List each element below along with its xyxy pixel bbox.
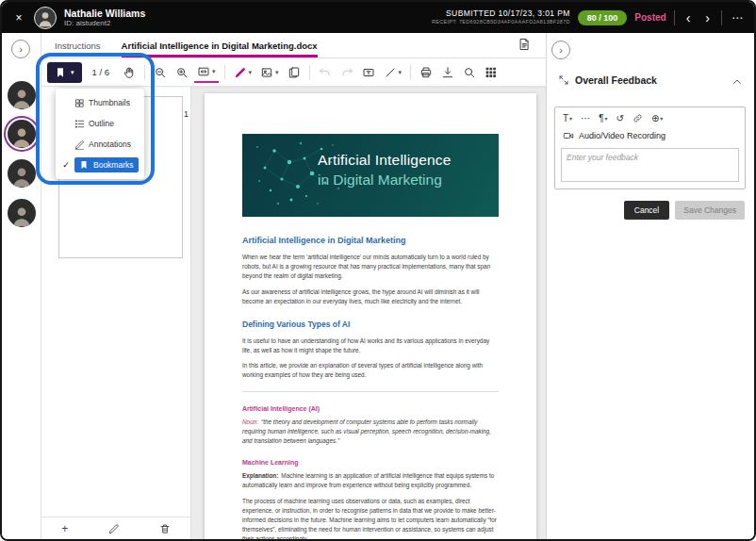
person-icon	[36, 8, 55, 27]
copy-pages-button[interactable]	[285, 63, 304, 82]
tab-instructions[interactable]: Instructions	[55, 33, 101, 57]
person-icon	[9, 123, 34, 148]
document-heading: Artificial Intelligence in Digital Marke…	[242, 236, 499, 245]
close-button[interactable]: ×	[11, 11, 26, 25]
drawing-tool-button[interactable]: ▾	[231, 63, 255, 82]
divider	[224, 65, 225, 80]
menu-item-bookmarks[interactable]: ✓ Bookmarks	[58, 155, 141, 175]
divider	[144, 65, 145, 80]
zoom-out-icon	[154, 66, 167, 79]
feedback-expand-icon	[558, 74, 569, 86]
undo-button[interactable]	[316, 63, 335, 82]
document-report-icon	[518, 38, 531, 51]
person-icon	[9, 163, 34, 188]
download-button[interactable]	[438, 63, 457, 82]
editor-undo-button[interactable]: ↺	[616, 113, 624, 123]
image-stamp-button[interactable]: ▾	[257, 63, 282, 82]
chevron-down-icon: ▾	[71, 69, 74, 76]
plus-icon: +	[61, 522, 68, 535]
banner-title: Artificial Intelligence in Digital Marke…	[318, 151, 452, 190]
feedback-title: Overall Feedback	[575, 74, 657, 86]
view-mode-menu: Thumbnails Outline Annotations ✓ Boo	[56, 89, 144, 179]
selected-menu-highlight: Bookmarks	[74, 157, 139, 172]
insert-link-button[interactable]	[633, 113, 643, 123]
document-paragraph: The process of machine learning uses obs…	[242, 497, 499, 539]
zoom-in-button[interactable]	[173, 63, 191, 82]
explanation-text: Machine learning is an application of ar…	[242, 472, 494, 488]
student-avatar[interactable]	[8, 81, 36, 109]
video-camera-icon	[563, 130, 574, 141]
student-id: ID: aistudent2	[64, 19, 145, 27]
cancel-button[interactable]: Cancel	[624, 201, 669, 220]
receipt-id: RECEIPT: 7ED6928CB5D34AF0AAAFD2A813BF287…	[432, 19, 570, 25]
noun-label: Noun:	[242, 418, 258, 425]
student-name: Nathalie Williams	[64, 8, 145, 19]
submission-tabbar: Instructions Artificial Intelligence in …	[41, 33, 546, 58]
expand-student-list-button[interactable]: ›	[11, 40, 30, 58]
line-icon	[384, 66, 397, 79]
student-avatar[interactable]	[8, 199, 36, 227]
fit-view-button[interactable]: ▾	[194, 62, 219, 83]
ellipsis-icon: ⋯	[581, 113, 590, 123]
ellipsis-icon: ⋯	[731, 11, 743, 25]
delete-page-button[interactable]	[159, 523, 171, 534]
student-identity: Nathalie Williams ID: aistudent2	[64, 8, 145, 27]
more-tools-button[interactable]	[482, 63, 500, 81]
chevron-right-icon: ›	[705, 10, 710, 25]
tab-document[interactable]: Artificial Intelligence in Digital Marke…	[122, 33, 318, 57]
insert-content-button[interactable]: ⊕▾	[651, 113, 663, 123]
student-avatar-selected[interactable]	[8, 120, 36, 148]
annotate-toolbar: ▾ 1 / 6 ▾ ▾ ▾	[41, 58, 546, 87]
bookmarks-button[interactable]: ▾	[47, 62, 82, 83]
pilcrow-icon: ¶	[599, 113, 603, 123]
edit-page-button[interactable]	[108, 523, 120, 534]
undo-icon	[319, 66, 332, 79]
posted-status: Posted	[634, 12, 666, 23]
print-button[interactable]	[417, 63, 436, 82]
next-student-button[interactable]: ›	[701, 11, 714, 25]
image-icon	[260, 66, 273, 79]
submitted-timestamp: SUBMITTED 10/17/23, 3:01 PM	[432, 8, 570, 19]
document-canvas[interactable]: Artificial Intelligence in Digital Marke…	[191, 87, 546, 539]
banner-title-line1: Artificial Intelligence	[318, 151, 452, 171]
plus-circle-icon: ⊕	[651, 113, 659, 123]
submission-report-button[interactable]	[518, 38, 531, 54]
textbox-tool-button[interactable]	[359, 63, 378, 82]
submission-meta: SUBMITTED 10/17/23, 3:01 PM RECEIPT: 7ED…	[432, 8, 570, 25]
add-page-button[interactable]: +	[61, 522, 68, 535]
save-changes-button[interactable]: Save Changes	[675, 201, 745, 220]
document-banner-image: Artificial Intelligence in Digital Marke…	[242, 134, 499, 217]
grade-pill[interactable]: 80 / 100	[578, 10, 628, 25]
chevron-down-icon: ▾	[660, 115, 663, 122]
grid-icon	[485, 66, 497, 78]
menu-item-thumbnails[interactable]: Thumbnails	[58, 92, 141, 113]
explanation-label: Explanation:	[242, 472, 278, 479]
divider	[674, 10, 675, 25]
text-style-button[interactable]: T▾	[563, 113, 572, 123]
chevron-up-icon	[731, 76, 743, 88]
zoom-out-button[interactable]	[151, 63, 170, 82]
menu-item-outline[interactable]: Outline	[58, 113, 141, 134]
editor-more-button[interactable]: ⋯	[581, 113, 590, 123]
link-icon	[633, 113, 643, 123]
pan-tool-button[interactable]	[120, 63, 139, 82]
thumbnails-icon	[74, 98, 85, 108]
menu-item-annotations[interactable]: Annotations	[58, 134, 141, 155]
audio-video-recording-button[interactable]: Audio/Video Recording	[555, 128, 745, 145]
paragraph-style-button[interactable]: ¶▾	[599, 113, 607, 123]
feedback-input[interactable]	[561, 148, 739, 182]
chevron-down-icon: ▾	[212, 68, 216, 75]
chevron-down-icon: ▾	[249, 69, 253, 76]
previous-student-button[interactable]: ‹	[682, 11, 695, 25]
collapse-section-button[interactable]	[731, 76, 743, 90]
document-paragraph: It is useful to have an understanding of…	[242, 336, 499, 355]
viewer-column: Instructions Artificial Intelligence in …	[41, 33, 546, 539]
search-button[interactable]	[460, 63, 479, 82]
more-options-button[interactable]: ⋯	[730, 11, 745, 25]
redo-button[interactable]	[337, 63, 356, 82]
collapse-feedback-button[interactable]: ›	[551, 41, 570, 59]
shape-tool-button[interactable]: ▾	[381, 63, 405, 82]
editor-toolbar: T▾ ⋯ ¶▾ ↺ ⊕▾	[555, 107, 745, 128]
chevron-down-icon: ▾	[275, 69, 279, 76]
student-avatar[interactable]	[8, 159, 36, 188]
